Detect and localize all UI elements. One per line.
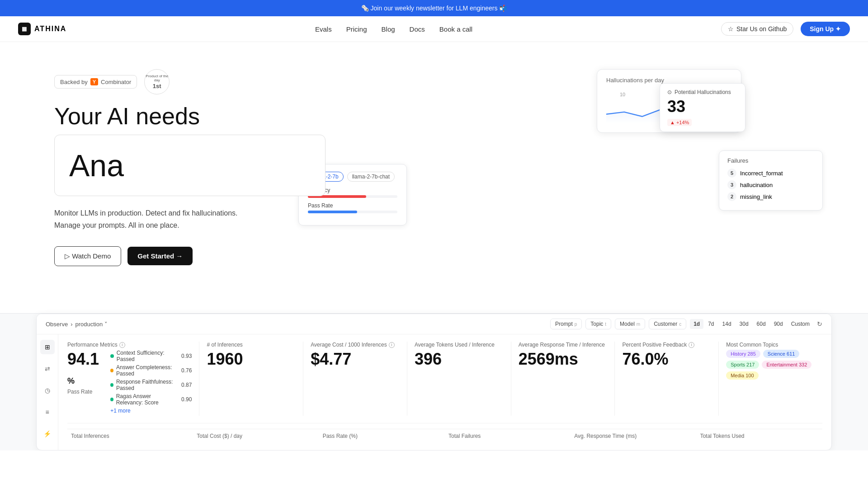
hero-heading: Your AI needs <box>54 103 326 129</box>
filter-customer[interactable]: Customer c <box>649 319 686 329</box>
signup-label: Sign Up ✦ <box>810 25 841 33</box>
time-custom[interactable]: Custom <box>788 319 813 329</box>
dashboard-topbar: Observe › production ˅ Prompt p Topic t … <box>37 314 831 334</box>
top-banner: 🗞️ Join our weekly newsletter for LLM en… <box>0 0 868 16</box>
positive-feedback-info-icon[interactable]: i <box>689 342 694 348</box>
tooltip-title-text: Potential Hallucinations <box>675 89 731 95</box>
star-label: Star Us on Github <box>736 25 787 33</box>
dashboard-main: Performance Metrics i 94.1 % Pass Rate <box>58 334 831 450</box>
time-range-chips: 1d 7d 14d 30d 60d 90d Custom <box>690 319 813 329</box>
tooltip-change: ▲ +14% <box>670 120 689 125</box>
sidebar-bolt-icon[interactable]: ⚡ <box>40 427 55 441</box>
watch-demo-button[interactable]: ▷ Watch Demo <box>54 246 121 266</box>
sidebar-history-icon[interactable]: ◷ <box>40 383 55 398</box>
nav-book-call[interactable]: Book a call <box>439 25 472 33</box>
tooltip-title: ⊙ Potential Hallucinations <box>667 89 738 95</box>
banner-text: 🗞️ Join our weekly newsletter for LLM en… <box>361 5 507 12</box>
filter-topic[interactable]: Topic t <box>585 319 611 329</box>
avg-response-title: Average Response Time / Inference <box>519 342 608 348</box>
time-1d[interactable]: 1d <box>690 319 703 329</box>
star-github-button[interactable]: ☆ Star Us on Github <box>721 22 793 36</box>
time-7d[interactable]: 7d <box>704 319 717 329</box>
ctx-row-4: Ragas Answer Relevancy: Score <box>116 393 179 406</box>
hallucinations-tooltip: ⊙ Potential Hallucinations 33 ▲ +14% <box>660 83 745 132</box>
filter-prompt[interactable]: Prompt p <box>550 319 582 329</box>
filter-customer-key: c <box>679 322 681 327</box>
sidebar-grid-icon[interactable]: ⊞ <box>40 340 55 354</box>
topic-entertainment[interactable]: Entertainment 332 <box>762 361 811 369</box>
th-pass-rate[interactable]: Pass Rate (%) <box>319 433 445 439</box>
star-icon: ☆ <box>728 25 734 33</box>
ctx-more[interactable]: +1 more <box>110 408 130 414</box>
filter-topic-key: t <box>605 322 606 327</box>
yc-logo: Y <box>90 78 98 85</box>
topic-history[interactable]: History 285 <box>726 350 760 358</box>
watch-demo-label: ▷ Watch Demo <box>65 252 111 260</box>
th-total-cost[interactable]: Total Cost ($) / day <box>193 433 319 439</box>
avg-response-value: 2569ms <box>519 350 608 369</box>
topic-sports[interactable]: Sports 217 <box>726 361 759 369</box>
performance-value: 94.1 % <box>67 350 103 388</box>
performance-info-icon[interactable]: i <box>119 342 125 348</box>
tooltip-icon: ⊙ <box>667 89 672 95</box>
failure-label-2: hallucination <box>740 182 773 188</box>
hero-left: Backed by Y Combinator Product of the da… <box>54 69 326 286</box>
dashboard-filters: Prompt p Topic t Model m Customer c 1d <box>550 319 822 329</box>
avg-cost-value: $4.77 <box>311 350 400 369</box>
refresh-icon[interactable]: ↻ <box>817 320 822 328</box>
subtitle-line-2: Manage your prompts. All in one place. <box>54 219 326 231</box>
filter-model-label: Model <box>620 321 635 327</box>
common-topics-title: Most Common Topics <box>726 342 815 348</box>
hero-buttons: ▷ Watch Demo Get Started → <box>54 246 326 266</box>
product-label: Product of the day <box>145 74 169 83</box>
logo[interactable]: ▦ ATHINA <box>18 23 66 35</box>
dashboard-sidebar: ⊞ ⇄ ◷ ≡ ⚡ <box>37 334 58 450</box>
filter-model[interactable]: Model m <box>615 319 645 329</box>
product-of-day-badge: Product of the day 1st <box>144 69 170 94</box>
breadcrumb-production[interactable]: production ˅ <box>75 321 107 328</box>
model-tag-2[interactable]: llama-2-7b-chat <box>347 172 395 182</box>
common-topics-block: Most Common Topics History 285 Science 6… <box>719 342 822 416</box>
dashboard-section: Observe › production ˅ Prompt p Topic t … <box>0 313 868 450</box>
topic-media[interactable]: Media 100 <box>726 371 758 380</box>
dashboard-container: Observe › production ˅ Prompt p Topic t … <box>36 314 832 450</box>
time-14d[interactable]: 14d <box>719 319 735 329</box>
topic-science[interactable]: Science 611 <box>763 350 800 358</box>
signup-button[interactable]: Sign Up ✦ <box>801 22 850 36</box>
metrics-row: Performance Metrics i 94.1 % Pass Rate <box>67 342 822 423</box>
nav-blog[interactable]: Blog <box>382 25 395 33</box>
dashboard-body: ⊞ ⇄ ◷ ≡ ⚡ Performance Metrics i <box>37 334 831 450</box>
time-30d[interactable]: 30d <box>736 319 752 329</box>
th-total-tokens[interactable]: Total Tokens Used <box>697 433 822 439</box>
sidebar-list-icon[interactable]: ≡ <box>40 405 55 419</box>
get-started-button[interactable]: Get Started → <box>127 247 193 265</box>
time-60d[interactable]: 60d <box>753 319 769 329</box>
subtitle-line-1: Monitor LLMs in production. Detect and f… <box>54 207 326 219</box>
table-headers-row: Total Inferences Total Cost ($) / day Pa… <box>67 429 822 443</box>
nav-evals[interactable]: Evals <box>315 25 332 33</box>
positive-feedback-value: 76.0% <box>622 350 711 369</box>
logo-text: ATHINA <box>34 25 66 33</box>
positive-feedback-block: Percent Positive Feedback i 76.0% <box>615 342 719 416</box>
failure-row-2: 3 hallucination <box>727 180 814 189</box>
failure-row-1: 5 Incorrect_format <box>727 169 814 178</box>
breadcrumb: Observe › production ˅ <box>46 321 108 328</box>
yc-badge: Backed by Y Combinator <box>54 75 137 89</box>
th-total-failures[interactable]: Total Failures <box>445 433 571 439</box>
hallucinations-title: Hallucinations per day <box>606 77 732 84</box>
avg-cost-info-icon[interactable]: i <box>389 342 395 348</box>
th-total-inferences[interactable]: Total Inferences <box>67 433 193 439</box>
filter-customer-label: Customer <box>654 321 677 327</box>
nav-pricing[interactable]: Pricing <box>346 25 367 33</box>
nav-docs[interactable]: Docs <box>410 25 425 33</box>
th-avg-response-time[interactable]: Avg. Response Time (ms) <box>571 433 696 439</box>
ctx-row-3: Response Faithfulness: Passed <box>116 379 179 391</box>
sidebar-flow-icon[interactable]: ⇄ <box>40 361 55 376</box>
avg-tokens-block: Average Tokens Used / Inference 396 <box>407 342 511 416</box>
hero-section: Backed by Y Combinator Product of the da… <box>0 42 868 304</box>
chart-label: 10 <box>620 92 625 97</box>
time-90d[interactable]: 90d <box>770 319 787 329</box>
animated-word: Ana <box>69 148 124 183</box>
failure-row-3: 2 missing_link <box>727 192 814 201</box>
filter-model-key: m <box>637 322 640 327</box>
